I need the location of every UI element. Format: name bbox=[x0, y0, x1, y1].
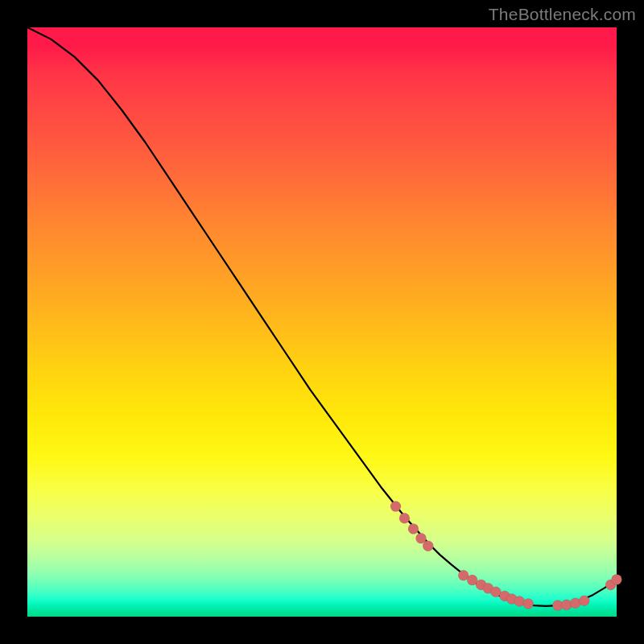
marker-group bbox=[390, 502, 622, 611]
curve-marker bbox=[423, 541, 433, 551]
bottleneck-curve bbox=[27, 27, 617, 606]
curve-marker bbox=[579, 596, 589, 606]
chart-stage: TheBottleneck.com bbox=[0, 0, 644, 644]
curve-marker bbox=[399, 513, 410, 523]
chart-overlay bbox=[27, 27, 617, 617]
curve-marker bbox=[561, 600, 572, 610]
curve-marker bbox=[408, 523, 419, 534]
curve-marker bbox=[390, 502, 401, 512]
curve-marker bbox=[612, 574, 622, 584]
attribution-text: TheBottleneck.com bbox=[489, 5, 636, 24]
curve-marker bbox=[523, 598, 534, 609]
